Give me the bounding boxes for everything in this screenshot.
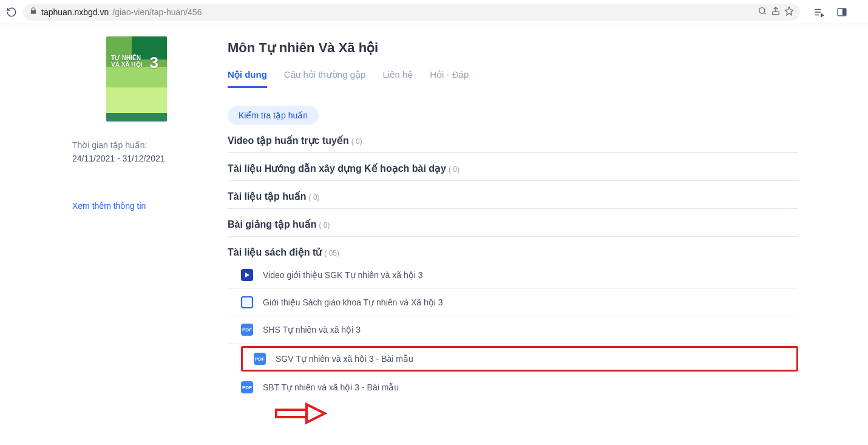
url-path: /giao-vien/tap-huan/456	[112, 7, 202, 17]
url-bar[interactable]: taphuan.nxbgd.vn/giao-vien/tap-huan/456	[23, 4, 800, 21]
pdf-icon: PDF	[241, 324, 253, 336]
tabs: Nội dung Câu hỏi thường gặp Liên hệ Hỏi …	[228, 69, 798, 89]
section-training-materials[interactable]: Tài liệu tập huấn( 0)	[228, 181, 798, 209]
tab-lien-he[interactable]: Liên hệ	[382, 69, 413, 88]
toolbar-right	[812, 5, 849, 19]
card-icon	[241, 296, 253, 308]
url-host: taphuan.nxbgd.vn	[41, 7, 109, 17]
training-period-value: 24/11/2021 - 31/12/2021	[72, 152, 203, 165]
more-info-link[interactable]: Xem thêm thông tin	[70, 201, 203, 211]
tab-hoi-dap[interactable]: Hỏi - Đáp	[430, 69, 469, 88]
section-lesson-plan[interactable]: Tài liệu Hướng dẫn xây dựng Kế hoạch bài…	[228, 153, 798, 181]
highlighted-ebook-item[interactable]: PDF SGV Tự nhiên và xã hội 3 - Bài mẫu	[241, 346, 798, 372]
ebook-item-label: Giới thiệu Sách giáo khoa Tự nhiên và Xã…	[263, 297, 442, 307]
svg-rect-3	[843, 8, 846, 15]
ebook-item-label: SBT Tự nhiên và xã hội 3 - Bài mẫu	[263, 382, 399, 392]
ebook-item-label: SHS Tự nhiên và xã hội 3	[263, 325, 361, 335]
tab-noi-dung[interactable]: Nội dung	[228, 69, 267, 88]
panel-icon[interactable]	[835, 5, 849, 19]
book-cover: TỰ NHIÊNVÀ XÃ HỘI 3	[106, 36, 167, 121]
section-video-training[interactable]: Video tập huấn trực tuyến( 0)	[228, 125, 798, 153]
pdf-icon: PDF	[254, 353, 266, 365]
star-icon[interactable]	[784, 6, 794, 18]
tab-faq[interactable]: Câu hỏi thường gặp	[284, 69, 366, 88]
section-ebooks: Tài liệu sách điện tử( 05) Video giới th…	[228, 237, 798, 407]
play-icon	[241, 269, 253, 281]
ebook-item[interactable]: PDF SBT Tự nhiên và xã hội 3 - Bài mẫu	[228, 374, 798, 401]
pdf-icon: PDF	[241, 381, 253, 393]
ebook-item[interactable]: Video giới thiệu SGK Tự nhiên và xã hội …	[228, 262, 798, 289]
search-in-page-icon[interactable]	[758, 6, 767, 18]
svg-point-0	[759, 8, 765, 13]
training-period-label: Thời gian tập huấn:	[72, 138, 203, 152]
section-training-lectures[interactable]: Bài giảng tập huấn( 0)	[228, 209, 798, 237]
ebook-item-label: Video giới thiệu SGK Tự nhiên và xã hội …	[263, 270, 423, 280]
main-content: Môn Tự nhiên Và Xã hội Nội dung Câu hỏi …	[228, 36, 798, 431]
ebook-item[interactable]: Giới thiệu Sách giáo khoa Tự nhiên và Xã…	[228, 289, 798, 316]
playlist-icon[interactable]	[812, 5, 826, 19]
svg-rect-1	[773, 12, 779, 15]
reload-icon[interactable]	[5, 5, 18, 19]
ebook-item[interactable]: PDF SHS Tự nhiên và xã hội 3	[228, 316, 798, 344]
ebook-item-label: SGV Tự nhiên và xã hội 3 - Bài mẫu	[276, 354, 413, 364]
lock-icon	[29, 7, 38, 17]
share-icon[interactable]	[771, 6, 781, 18]
browser-toolbar: taphuan.nxbgd.vn/giao-vien/tap-huan/456	[0, 0, 868, 24]
check-training-button[interactable]: Kiểm tra tập huấn	[228, 106, 319, 125]
page-title: Môn Tự nhiên Và Xã hội	[228, 40, 798, 56]
sidebar: TỰ NHIÊNVÀ XÃ HỘI 3 Thời gian tập huấn: …	[70, 36, 228, 431]
